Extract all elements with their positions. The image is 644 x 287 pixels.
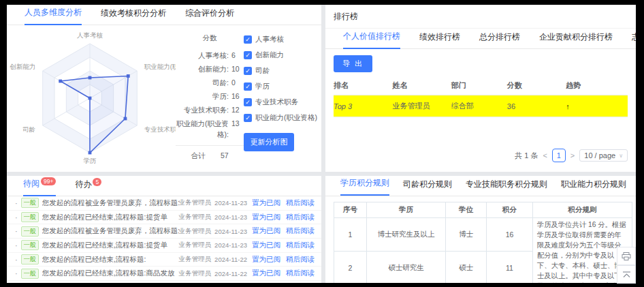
bullet-icon: · <box>15 213 18 222</box>
col-dept: 部门 <box>451 76 507 95</box>
svg-text:职业能力(职业): 职业能力(职业) <box>144 63 176 70</box>
message-text: 您发起的流程已经结束,流程标题:提货单 <box>42 241 179 250</box>
printer-button[interactable] <box>617 247 636 265</box>
table-row: 1 博士研究生及以上 博士 16 学历及学位共计 16 分。根据学历及学位取得所… <box>334 218 632 252</box>
read-later-link[interactable]: 稍后阅读 <box>286 255 315 265</box>
rules-table-header-row: 序号 学历 学位 积分 积分规则 <box>334 202 632 218</box>
message-text: 您发起的流程已经结束,流程标题:提货单 <box>42 213 179 222</box>
mark-read-link[interactable]: 置为已阅 <box>252 269 280 278</box>
priority-tag: 一般 <box>21 212 39 222</box>
bullet-icon: · <box>15 199 18 207</box>
filter-checkbox-technical-title[interactable]: ✓ 专业技术职务 <box>244 97 320 107</box>
list-item[interactable]: · 一般 您发起的流程已经结束,流程标题:提货单 业务管理员 2024-11-2… <box>7 211 321 225</box>
to-do-badge: 5 <box>93 178 101 186</box>
checkbox-checked-icon: ✓ <box>244 114 252 122</box>
bullet-icon: · <box>15 256 18 264</box>
svg-text:人事考核: 人事考核 <box>77 31 103 39</box>
col-rule: 积分规则 <box>533 202 632 218</box>
filter-checkbox-tenure[interactable]: ✓ 司龄 <box>244 66 320 76</box>
update-chart-button[interactable]: 更新分析图 <box>244 133 294 151</box>
page-number-button[interactable]: 1 <box>552 149 566 162</box>
ranking-panel-title: 排行榜 <box>325 5 636 29</box>
back-to-top-icon <box>622 271 631 278</box>
tab-tenure-rule[interactable]: 司龄积分规则 <box>403 179 452 196</box>
priority-tag: 一般 <box>21 254 39 265</box>
mark-read-link[interactable]: 置为已阅 <box>252 226 280 236</box>
ranking-panel: 排行榜 个人价值排行榜 绩效排行榜 总分排行榜 企业贡献积分排行榜 志愿者积分排… <box>325 5 636 172</box>
tab-technical-title-rule[interactable]: 专业技能职务积分规则 <box>466 179 547 196</box>
rules-panel: 学历积分规则 司龄积分规则 专业技能职务积分规则 职业能力积分规则 创新能力积分… <box>325 176 636 283</box>
inbox-tab-bar: 待阅99+ 待办5 <box>7 176 321 196</box>
dept-value: 综合部 <box>451 95 507 117</box>
filter-checkbox-vocational[interactable]: ✓ 职业能力(职业资格) <box>244 113 320 123</box>
mark-read-link[interactable]: 置为已阅 <box>252 198 280 208</box>
tab-to-read[interactable]: 待阅99+ <box>23 178 56 196</box>
list-item[interactable]: · 一般 您发起的流程已经结束,流程标题:提货单 业务管理员 2024-11-2… <box>7 239 321 253</box>
tab-personal-value-ranking[interactable]: 个人价值排行榜 <box>343 31 400 49</box>
priority-tag: 一般 <box>21 198 39 208</box>
tab-education-rule[interactable]: 学历积分规则 <box>340 177 389 196</box>
col-points: 积分 <box>487 202 533 218</box>
list-item[interactable]: · 一般 您发起的流程已经结束,流程标题:商品发放 业务管理员 2024-11-… <box>7 267 321 281</box>
filter-checkbox-personnel[interactable]: ✓ 人事考核 <box>244 35 320 44</box>
svg-text:司龄: 司龄 <box>22 125 35 133</box>
prev-page-icon[interactable]: < <box>543 151 547 160</box>
tab-total-score-ranking[interactable]: 总分排行榜 <box>479 31 520 48</box>
table-row[interactable]: Top 3 业务管理员 综合部 36 ↑ <box>334 95 628 117</box>
tab-enterprise-contribution-ranking[interactable]: 企业贡献积分排行榜 <box>539 31 613 48</box>
checkbox-checked-icon: ✓ <box>244 98 252 106</box>
col-index: 序号 <box>334 202 367 218</box>
list-item[interactable]: · 一般 您发起的流程已经结束,流程标题: 业务管理员 2024-11-22 置… <box>7 253 321 267</box>
name-value: 业务管理员 <box>392 95 451 117</box>
mark-read-link[interactable]: 置为已阅 <box>252 213 280 222</box>
read-later-link[interactable]: 稍后阅读 <box>286 198 315 208</box>
mark-read-link[interactable]: 置为已阅 <box>252 255 280 265</box>
message-sender: 业务管理员 <box>179 198 212 207</box>
export-button[interactable]: 导 出 <box>334 55 372 72</box>
message-date: 2024-11-23 <box>214 199 247 207</box>
col-education: 学历 <box>367 202 446 218</box>
col-name: 姓名 <box>392 76 451 95</box>
filter-checkbox-education[interactable]: ✓ 学历 <box>244 82 320 91</box>
list-item[interactable]: · 一般 您发起的流程被业务管理员废弃，流程标题:提货单，废弃说明: 业务管理员… <box>7 224 321 239</box>
ranking-tab-bar: 个人价值排行榜 绩效排行榜 总分排行榜 企业贡献积分排行榜 志愿者积分排行榜 <box>325 29 636 49</box>
checkbox-checked-icon: ✓ <box>244 67 252 75</box>
priority-tag: 一般 <box>21 226 39 237</box>
tab-person-multidimension[interactable]: 人员多维度分析 <box>25 7 82 25</box>
inbox-panel: 待阅99+ 待办5 · 一般 您发起的流程被业务管理员废弃，流程标题:提货单，废… <box>7 176 321 283</box>
tab-vocational-rule[interactable]: 职业能力积分规则 <box>561 179 626 196</box>
svg-text:创新能力: 创新能力 <box>10 63 35 70</box>
tab-comprehensive-analysis[interactable]: 综合评价分析 <box>185 7 234 25</box>
back-to-top-button[interactable] <box>617 265 636 284</box>
list-item[interactable]: · 一般 您发起的流程被业务管理员废弃，流程标题:提货单，废弃说明: 业务管理员… <box>7 196 321 211</box>
next-page-icon[interactable]: > <box>570 151 575 160</box>
score-row: 司龄: 0 <box>176 77 244 88</box>
read-later-link[interactable]: 稍后阅读 <box>286 269 315 278</box>
score-summary: 分数 人事考核: 6 创新能力: 10 司龄: 0 学历: 16 <box>176 33 244 172</box>
mark-read-link[interactable]: 置为已阅 <box>252 241 280 250</box>
radar-chart: 人事考核职业能力(职业)专业技术职务学历司龄创新能力 <box>7 25 176 172</box>
message-date: 2024-11-23 <box>214 241 247 249</box>
read-later-link[interactable]: 稍后阅读 <box>286 213 315 222</box>
score-row: 人事考核: 6 <box>176 50 244 61</box>
read-later-link[interactable]: 稍后阅读 <box>286 241 315 250</box>
bullet-icon: · <box>15 227 18 235</box>
dashboard: 人员多维度分析 绩效考核积分分析 综合评价分析 人事考核职业能力(职业)专业技术… <box>7 5 636 283</box>
filter-checkbox-innovation[interactable]: ✓ 创新能力 <box>244 50 320 60</box>
analysis-body: 人事考核职业能力(职业)专业技术职务学历司龄创新能力 分数 人事考核: 6 创新… <box>7 25 321 172</box>
svg-text:专业技术职务: 专业技术职务 <box>144 125 176 133</box>
message-date: 2024-11-22 <box>214 256 247 263</box>
message-sender: 业务管理员 <box>179 255 212 264</box>
page-size-select[interactable]: 10 / page ∨ <box>579 149 628 162</box>
tab-volunteer-score-ranking[interactable]: 志愿者积分排行榜 <box>632 31 636 48</box>
message-text: 您发起的流程已经结束,流程标题: <box>42 255 179 265</box>
message-sender: 业务管理员 <box>179 227 212 236</box>
trend-up-icon: ↑ <box>566 102 570 110</box>
tab-performance-score-analysis[interactable]: 绩效考核积分分析 <box>101 7 166 25</box>
tab-to-do[interactable]: 待办5 <box>75 179 101 196</box>
score-row: 学历: 16 <box>176 91 244 102</box>
checkbox-checked-icon: ✓ <box>244 51 252 59</box>
message-date: 2024-11-23 <box>214 228 247 235</box>
read-later-link[interactable]: 稍后阅读 <box>286 226 315 236</box>
tab-performance-ranking[interactable]: 绩效排行榜 <box>419 31 460 48</box>
